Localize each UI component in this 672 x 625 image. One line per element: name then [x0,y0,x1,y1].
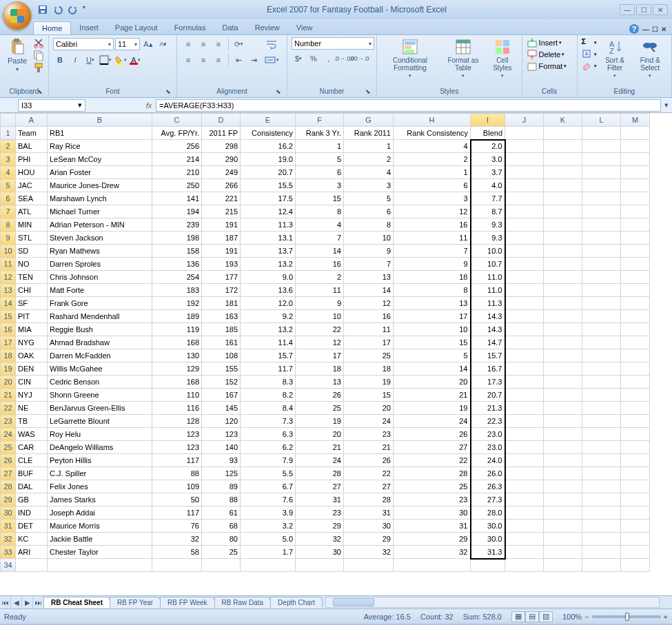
cell[interactable] [544,205,582,218]
cell[interactable] [544,493,582,506]
row-header[interactable]: 33 [1,546,16,559]
horizontal-scrollbar[interactable] [325,597,660,608]
cell[interactable]: 24 [344,415,394,428]
cell[interactable] [544,376,582,389]
cell[interactable]: 130 [152,349,202,362]
cell[interactable] [505,232,544,245]
cell[interactable]: 28 [296,467,344,480]
cell[interactable]: 32 [344,546,394,559]
cell[interactable]: Frank Gore [48,297,152,310]
cell[interactable]: Chester Taylor [48,546,152,559]
cell[interactable]: 172 [202,284,241,297]
cell[interactable]: Shonn Greene [48,389,152,402]
cell[interactable] [505,205,544,218]
cell[interactable]: 7.6 [241,493,296,506]
cell[interactable]: 6.2 [241,441,296,454]
cell[interactable]: 145 [202,402,241,415]
cell[interactable] [505,153,544,166]
cell[interactable]: NYG [16,336,48,349]
cell[interactable]: 254 [152,271,202,284]
cell[interactable]: 93 [202,454,241,467]
cell[interactable]: HOU [16,166,48,179]
insert-cells-button[interactable]: Insert▾ [527,37,562,48]
row-header[interactable]: 24 [1,428,16,441]
cell[interactable] [582,232,621,245]
cell[interactable]: 193 [202,258,241,271]
cell[interactable]: 168 [152,336,202,349]
cell[interactable] [544,232,582,245]
cell[interactable] [544,245,582,258]
cell[interactable]: 76 [152,520,202,533]
sheet-tab[interactable]: RB Raw Data [214,597,272,608]
cell[interactable]: 4.0 [471,179,505,192]
cell[interactable]: SD [16,245,48,258]
cell[interactable]: 25 [344,349,394,362]
cell[interactable]: 1 [394,166,471,179]
align-bottom-icon[interactable]: ≡ [212,37,225,51]
cell[interactable]: 140 [202,441,241,454]
cell[interactable]: 163 [202,310,241,323]
cell[interactable]: 13 [296,376,344,389]
cell[interactable]: 32 [152,533,202,546]
cell[interactable]: 20 [394,376,471,389]
cell[interactable] [505,349,544,362]
cell[interactable]: 16 [394,218,471,232]
cell[interactable] [582,284,621,297]
cell[interactable]: NO [16,258,48,271]
cell[interactable] [582,546,621,559]
cell[interactable]: 4 [344,166,394,179]
cell[interactable]: 30 [344,520,394,533]
sheet-tab[interactable]: RB FP Week [160,597,214,608]
cell[interactable]: 125 [202,467,241,480]
cell[interactable]: Steven Jackson [48,232,152,245]
cell[interactable] [505,297,544,310]
column-header[interactable]: J [505,114,544,127]
cell[interactable] [582,179,621,192]
cell[interactable] [505,520,544,533]
cell[interactable]: 117 [152,506,202,520]
cell[interactable]: 14.3 [471,310,505,323]
cell[interactable]: 6.7 [241,480,296,493]
cell[interactable]: 31 [296,493,344,506]
italic-button[interactable]: I [68,53,82,67]
cell[interactable]: Cedric Benson [48,376,152,389]
cell[interactable]: 28 [344,493,394,506]
row-header[interactable]: 15 [1,310,16,323]
cell[interactable]: 9 [394,258,471,271]
cell[interactable]: SF [16,297,48,310]
cell[interactable]: 11 [394,232,471,245]
cell[interactable]: 6.3 [241,428,296,441]
cell[interactable]: 9.3 [471,232,505,245]
cell[interactable]: 20 [344,402,394,415]
cell[interactable]: Felix Jones [48,480,152,493]
cell[interactable]: 12.4 [241,205,296,218]
cell[interactable] [544,310,582,323]
ribbon-tab-review[interactable]: Review [247,21,288,34]
percent-format-icon[interactable]: % [307,52,320,65]
cell[interactable] [296,559,344,572]
cell[interactable]: Avg. FP/Yr. [152,127,202,140]
cell[interactable]: 11.4 [241,336,296,349]
cell[interactable]: 27 [394,441,471,454]
cell[interactable] [582,506,621,520]
cell[interactable] [582,520,621,533]
cell[interactable]: 13 [344,271,394,284]
cell[interactable]: 30 [394,506,471,520]
launcher-icon[interactable]: ⬊ [274,88,283,96]
column-header[interactable]: L [582,114,621,127]
cell[interactable]: 185 [202,323,241,336]
merge-center-button[interactable]: ▾ [263,53,280,67]
cell[interactable] [621,310,650,323]
formula-input[interactable]: =AVERAGE(F33:H33) [156,99,661,112]
cell[interactable]: 1 [296,140,344,153]
cell[interactable]: Rank 2011 [344,127,394,140]
ribbon-tab-page-layout[interactable]: Page Layout [107,21,166,34]
cell[interactable]: 24 [296,454,344,467]
cell[interactable] [544,297,582,310]
cell[interactable] [505,362,544,376]
cell[interactable]: 10.0 [471,245,505,258]
cell[interactable]: 17.5 [241,192,296,205]
cell[interactable]: 28.0 [471,506,505,520]
accounting-format-icon[interactable]: $▾ [292,52,305,65]
cell[interactable]: 58 [152,546,202,559]
